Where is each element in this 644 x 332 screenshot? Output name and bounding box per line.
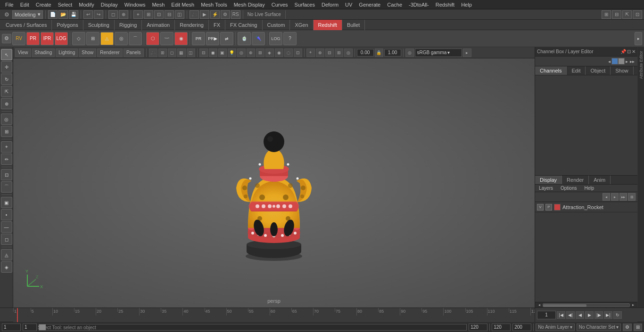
open-scene-icon[interactable]: 📂 [58, 10, 68, 19]
tab-channels[interactable]: Channels [535, 66, 567, 75]
menu-cache[interactable]: Cache [384, 1, 405, 8]
display-mode-icon[interactable]: ◬ [1, 249, 12, 260]
shelf-icon-7[interactable]: ◬ [100, 32, 114, 45]
menu-curves[interactable]: Curves [268, 1, 291, 8]
shelf-icon-15[interactable]: LOG [269, 32, 282, 45]
universal-manip[interactable]: ⊕ [1, 98, 12, 109]
menu-edit[interactable]: Edit [17, 1, 33, 8]
save-scene-icon[interactable]: 💾 [69, 10, 78, 19]
move-tool[interactable]: ✛ [1, 61, 12, 73]
tab-rendering[interactable]: Rendering [175, 20, 209, 30]
vp-solid-icon[interactable]: ◼ [209, 49, 217, 57]
menu-modify[interactable]: Modify [75, 1, 97, 8]
rotate-tool[interactable]: ↻ [1, 73, 12, 85]
bb-icon-btn-1[interactable]: ⚙ [623, 324, 632, 331]
vp-icon-3[interactable]: ◻ [168, 49, 176, 57]
frame-start-input[interactable] [2, 324, 21, 331]
layer-ref-toggle[interactable]: P [545, 204, 552, 211]
snap-to-grid[interactable]: ⊡ [1, 169, 12, 180]
scroll-right-icon[interactable]: ▸ [630, 302, 636, 308]
vp-icon-13[interactable]: ⊕ [316, 49, 324, 57]
shelf-scroll-right[interactable]: ▸ [635, 32, 642, 45]
shelf-pr3[interactable]: ⇌ [220, 32, 233, 45]
vp-icon-15[interactable]: ⊞ [335, 49, 343, 57]
menu-surfaces[interactable]: Surfaces [291, 1, 318, 8]
layer-row-1[interactable]: V P Attraction_Rocket [535, 202, 637, 212]
viewport-menu-show[interactable]: Show [79, 49, 96, 57]
layout-single-icon[interactable]: ⊞ [602, 10, 611, 19]
anim-end2-input[interactable] [512, 324, 531, 331]
shelf-icon-11[interactable]: 〰 [160, 32, 173, 45]
current-frame-display[interactable] [23, 324, 37, 331]
face-mode-icon[interactable]: ◻ [1, 234, 12, 245]
menu-uv[interactable]: UV [342, 1, 355, 8]
menu-mesh-tools[interactable]: Mesh Tools [198, 1, 230, 8]
vp-icon-2[interactable]: ⊞ [158, 49, 167, 57]
go-to-start-btn[interactable]: |◀ [557, 311, 565, 319]
shelf-icon-10[interactable]: ⬡ [146, 32, 159, 45]
snap-to-curve[interactable]: ⌒ [1, 181, 12, 193]
playhead[interactable] [17, 308, 18, 322]
shelf-icon-14[interactable]: 🌂 [252, 32, 265, 45]
shelf-pr2[interactable]: PR▶ [206, 32, 219, 45]
menu-display[interactable]: Display [98, 1, 121, 8]
select-icon[interactable]: ◻ [108, 10, 118, 19]
viewport-canvas[interactable]: X Y Z persp [13, 58, 535, 308]
tab-sculpting[interactable]: Sculpting [83, 20, 115, 30]
panel-float-icon[interactable]: ⊡ [627, 49, 631, 54]
char-set-dropdown[interactable]: No Character Set ▾ [577, 324, 621, 331]
step-forward-btn[interactable]: |▶ [594, 311, 603, 319]
menu-mesh-display[interactable]: Mesh Display [231, 1, 268, 8]
vp-camera-icon[interactable]: 🎥 [149, 49, 157, 57]
show-manip-tool[interactable]: ⊞ [1, 126, 12, 137]
vp-icon-5[interactable]: ◫ [187, 49, 195, 57]
tab-custom[interactable]: Custom [263, 20, 290, 30]
menu-redshift[interactable]: Redshift [432, 1, 458, 8]
bb-icon-btn-2[interactable]: ⊞ [634, 324, 642, 331]
tab-bullet[interactable]: Bullet [342, 20, 365, 30]
vp-texture-icon[interactable]: ▣ [218, 49, 227, 57]
anim-layer-dropdown[interactable]: No Anim Layer ▾ [536, 324, 575, 331]
shelf-icon-5[interactable]: ◇ [72, 32, 85, 45]
vp-icon-6[interactable]: ⊕ [247, 49, 255, 57]
display-tab-render[interactable]: Render [562, 176, 589, 184]
vp-icon-8[interactable]: ◈ [265, 49, 274, 57]
shelf-icon-4[interactable]: LOG [55, 32, 68, 45]
viewport-menu-panels[interactable]: Panels [124, 49, 144, 57]
panel-pin-icon[interactable]: 📌 [620, 49, 626, 54]
tab-curves-surfaces[interactable]: Curves / Surfaces [1, 20, 52, 30]
render-cam-icon[interactable]: 🎥 [190, 10, 199, 19]
select-tool[interactable]: ↖ [1, 49, 12, 60]
soft-select-tool[interactable]: ◎ [1, 113, 12, 125]
menu-3dtoa[interactable]: -3DtoAll- [405, 1, 432, 8]
frame-slider[interactable] [39, 324, 467, 331]
vp-xray-icon[interactable]: ◎ [237, 49, 246, 57]
play-back-btn[interactable]: ◀ [576, 311, 584, 319]
menu-windows[interactable]: Windows [121, 1, 149, 8]
workspace-dropdown[interactable]: Modeling ▾ [12, 10, 43, 19]
shelf-icon-2[interactable]: PR [26, 32, 40, 45]
menu-create[interactable]: Create [33, 1, 55, 8]
frame-end-input[interactable] [469, 324, 487, 331]
vp-icon-10[interactable]: ◌ [284, 49, 293, 57]
shelf-pr1[interactable]: PR [192, 32, 205, 45]
tab-show[interactable]: Show [611, 66, 634, 75]
layout-icon4[interactable]: ⊡ [633, 10, 642, 19]
layer-vis-toggle[interactable]: V [537, 204, 544, 211]
timeline-ruler[interactable]: 1510152025303540455055606570758085909510… [13, 308, 535, 322]
scrollbar-track[interactable] [543, 303, 630, 307]
camera-x-input[interactable] [357, 49, 374, 57]
shelf-icon-9[interactable]: ⌒ [129, 32, 142, 45]
component-mode-icon[interactable]: ▣ [1, 197, 12, 208]
layer-more-icon[interactable]: ⊞ [628, 193, 636, 201]
loop-btn[interactable]: ↻ [613, 311, 622, 319]
tab-redshift[interactable]: Redshift [314, 20, 342, 30]
vp-icon-11[interactable]: ⊡ [294, 49, 302, 57]
vp-right-arrow-icon[interactable]: ▸ [463, 49, 471, 57]
tab-object[interactable]: Object [586, 66, 611, 75]
viewport-menu-shading[interactable]: Shading [32, 49, 55, 57]
shelf-icon-1[interactable]: RV [12, 32, 25, 45]
go-to-end-btn[interactable]: ▶| [604, 311, 612, 319]
snap4-icon[interactable]: ⊟ [165, 10, 174, 19]
vp-icon-7[interactable]: ⊞ [256, 49, 264, 57]
